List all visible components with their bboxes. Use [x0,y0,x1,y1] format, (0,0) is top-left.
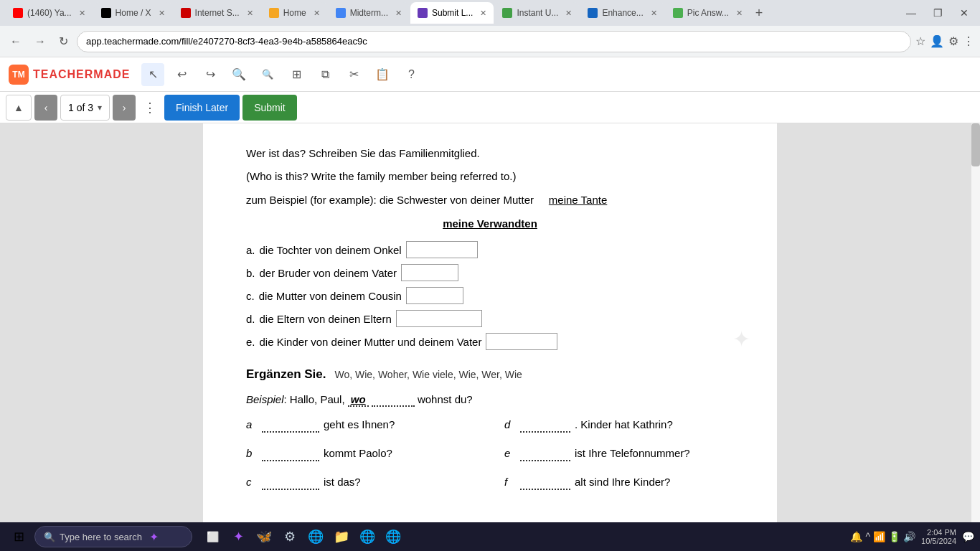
answer-input-a[interactable] [406,241,478,258]
tab-internet[interactable]: Internet S... ✕ [174,2,260,24]
edge-icon[interactable]: 🌐 [304,525,327,548]
tab-close-submit[interactable]: ✕ [480,9,486,18]
ergaenzen-words: Wo, Wie, Woher, Wie viele, Wie, Wer, Wie [334,369,522,380]
nav-prev-button[interactable]: ‹ [34,95,57,121]
tab-close-home[interactable]: ✕ [314,9,320,18]
answer-input-e[interactable] [486,333,557,350]
scrollbar[interactable] [971,123,980,522]
redo-button[interactable]: ↪ [199,63,222,86]
extensions-icon[interactable]: ⚙ [948,34,958,48]
volume-icon[interactable]: 🔊 [903,531,915,542]
vpn-icon[interactable]: 🌐 [382,525,405,548]
search-icon: 🔍 [44,532,55,542]
notification-center-icon[interactable]: 💬 [962,531,974,542]
tab-close-pic[interactable]: ✕ [736,9,743,18]
fill-input-e[interactable] [520,444,570,461]
page-indicator: 1 of 3 ▾ [60,95,110,121]
tab-close-youtube[interactable]: ✕ [79,9,85,18]
tab-x[interactable]: Home / X ✕ [94,2,172,24]
copilot-icon: ✦ [149,530,159,544]
tab-close-instant[interactable]: ✕ [565,9,572,18]
cut-button[interactable]: ✂ [342,63,365,86]
fill-text-b: kommt Paolo? [324,447,392,459]
copilot-taskbar-icon[interactable]: ✦ [227,525,250,548]
taskbar-right: 🔔 ^ 📶 🔋 🔊 2:04 PM 10/5/2024 💬 [850,528,974,545]
answer-input-b[interactable] [401,264,458,281]
minimize-button[interactable]: — [900,7,922,19]
cursor-tool-button[interactable]: ↖ [141,63,164,86]
tab-youtube[interactable]: (1460) Ya... ✕ [6,2,93,24]
maximize-button[interactable]: ❐ [928,7,948,19]
menu-icon[interactable]: ⋮ [963,34,974,48]
answer-input-d[interactable] [396,310,482,327]
beispiel-label: Beispiel: Hallo, Paul, [246,393,348,405]
answer-input-c[interactable] [406,287,463,304]
cursor-icon: ↖ [149,67,158,81]
finish-later-button[interactable]: Finish Later [164,95,240,121]
group-button[interactable]: ⊞ [285,63,308,86]
back-button[interactable]: ← [6,34,26,50]
chrome-symbol: 🌐 [359,529,375,545]
tab-close-internet[interactable]: ✕ [247,9,253,18]
fill-label-c: c [246,476,258,488]
fill-label-f: f [504,476,516,488]
tab-close-x[interactable]: ✕ [159,9,165,18]
nav-next-button[interactable]: › [113,95,136,121]
copy-button[interactable]: ⧉ [314,63,336,86]
clock-display[interactable]: 2:04 PM 10/5/2024 [921,528,956,545]
butterfly-icon[interactable]: 🦋 [253,525,275,548]
list-item: e. die Kinder von deiner Mutter und dein… [246,333,734,350]
content-area: Wer ist das? Schreiben Sie das Familienm… [0,123,980,522]
fill-input-d[interactable] [520,415,570,433]
scrollbar-thumb[interactable] [971,123,980,166]
tab-submit[interactable]: Submit L... ✕ [410,2,494,24]
new-tab-button[interactable]: + [751,6,768,21]
taskview-icon[interactable]: ⬜ [201,525,224,548]
zoom-in-button[interactable]: 🔍 [227,63,250,86]
start-button[interactable]: ⊞ [6,524,32,550]
network-icon[interactable]: 📶 [873,531,885,542]
question1-translation: (Who is this? Write the family member be… [246,168,734,185]
url-input[interactable] [77,31,911,52]
chevron-up-icon[interactable]: ^ [865,531,870,542]
address-bar: ← → ↻ ☆ 👤 ⚙ ⋮ [0,26,980,57]
files-icon[interactable]: 📁 [330,525,353,548]
notification-icon[interactable]: 🔔 [850,531,862,542]
tab-label-submit: Submit L... [432,8,473,18]
tab-enhance[interactable]: Enhance... ✕ [580,2,664,24]
fill-input-c[interactable] [262,473,319,490]
paste-button[interactable]: 📋 [371,63,394,86]
tab-home[interactable]: Home ✕ [262,2,327,24]
copy-icon: ⧉ [321,68,329,81]
tab-close-enhance[interactable]: ✕ [651,9,657,18]
fill-input-b[interactable] [262,444,319,461]
zoom-out-icon: 🔍 [262,69,273,80]
nav-more-button[interactable]: ⋮ [138,95,161,121]
tab-label-x: Home / X [116,8,151,18]
close-button[interactable]: ✕ [954,7,974,19]
address-bar-icons: ☆ 👤 ⚙ ⋮ [915,34,974,48]
tab-instant[interactable]: Instant U... ✕ [495,2,579,24]
redo-icon: ↪ [206,67,215,81]
bookmark-icon[interactable]: ☆ [915,34,925,48]
search-placeholder: Type here to search [60,532,142,542]
tab-midterm[interactable]: Midterm... ✕ [329,2,409,24]
tab-pic[interactable]: Pic Answ... ✕ [666,2,750,24]
taskbar-app-icons: ⬜ ✦ 🦋 ⚙ 🌐 📁 🌐 🌐 [201,525,405,548]
reload-button[interactable]: ↻ [55,33,72,50]
submit-button[interactable]: Submit [242,95,297,121]
fill-input-a[interactable] [262,415,319,433]
steam-icon[interactable]: ⚙ [278,525,301,548]
profile-icon[interactable]: 👤 [930,34,944,48]
undo-button[interactable]: ↩ [170,63,193,86]
zoom-out-button[interactable]: 🔍 [256,63,279,86]
nav-up-button[interactable]: ▲ [6,95,32,121]
tab-close-midterm[interactable]: ✕ [395,9,402,18]
chrome-icon[interactable]: 🌐 [356,525,379,548]
fill-input-f[interactable] [520,473,570,490]
forward-button[interactable]: → [30,34,50,50]
taskbar-search[interactable]: 🔍 Type here to search ✦ [34,526,192,547]
page-dropdown[interactable]: ▾ [98,103,102,113]
battery-icon[interactable]: 🔋 [888,531,900,542]
help-button[interactable]: ? [400,63,423,86]
